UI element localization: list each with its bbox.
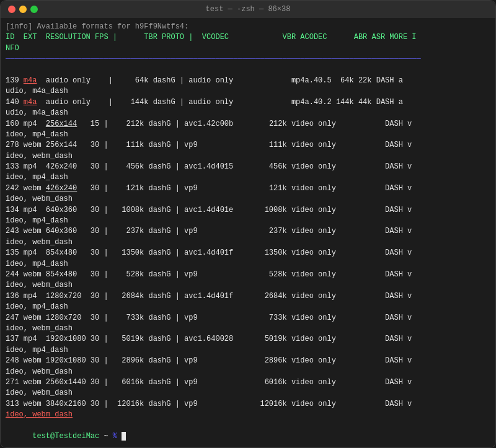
table-row-cont: ideo, mp4_dash	[6, 216, 490, 226]
table-row: 271 webm 2560x1440 30 | 6016k dashG | vp…	[6, 377, 490, 388]
table-row: 313 webm 3840x2160 30 | 12016k dashG | v…	[6, 399, 490, 410]
table-row: 137 mp4 1920x1080 30 | 5019k dashG | avc…	[6, 334, 490, 345]
table-row-cont: ideo, webm_dash	[6, 151, 490, 162]
table-row: 248 webm 1920x1080 30 | 2896k dashG | vp…	[6, 356, 490, 366]
minimize-button[interactable]	[19, 6, 27, 13]
table-row-cont: ideo, webm_dash	[6, 367, 490, 377]
table-row: 134 mp4 640x360 30 | 1008k dashG | avc1.…	[6, 205, 490, 216]
close-button[interactable]	[8, 6, 16, 13]
prompt-line: test@TestdeiMac ~ %	[6, 420, 490, 447]
prompt-percent: %	[113, 432, 117, 441]
table-row-cont: ideo, mp4_dash	[6, 302, 490, 312]
table-row: 140 m4a audio only | 144k dashG | audio …	[6, 97, 490, 108]
table-row-cont: udio, m4a_dash	[6, 86, 490, 97]
table-row: 278 webm 256x144 30 | 111k dashG | vp9 1…	[6, 140, 490, 151]
titlebar: test — -zsh — 86×38	[1, 1, 495, 18]
table-row: 135 mp4 854x480 30 | 1350k dashG | avc1.…	[6, 248, 490, 258]
table-row: 160 mp4 256x144 15 | 212k dashG | avc1.4…	[6, 119, 490, 130]
traffic-lights	[8, 6, 38, 13]
divider-line: ────────────────────────────────────────…	[6, 54, 490, 64]
header-line: ID EXT RESOLUTION FPS | TBR PROTO | VCOD…	[6, 32, 490, 43]
terminal-body[interactable]: [info] Available formats for h9Ff9Nwtfs4…	[1, 18, 495, 447]
table-row: 139 m4a audio only | 64k dashG | audio o…	[6, 76, 490, 86]
table-row-cont: ideo, webm_dash	[6, 323, 490, 334]
table-row-cont: ideo, webm_dash	[6, 410, 490, 420]
table-row: 242 webm 426x240 30 | 121k dashG | vp9 1…	[6, 183, 490, 194]
window-title: test — -zsh — 86×38	[206, 5, 291, 14]
table-row-cont: ideo, webm_dash	[6, 280, 490, 291]
table-row-cont: ideo, mp4_dash	[6, 130, 490, 140]
empty-line	[6, 65, 490, 76]
terminal-window: test — -zsh — 86×38 [info] Available for…	[0, 0, 496, 448]
table-row: 247 webm 1280x720 30 | 733k dashG | vp9 …	[6, 313, 490, 323]
table-row-cont: ideo, mp4_dash	[6, 172, 490, 183]
table-row-cont: ideo, mp4_dash	[6, 259, 490, 270]
table-row-cont: ideo, mp4_dash	[6, 345, 490, 356]
table-row-cont: ideo, webm_dash	[6, 237, 490, 248]
prompt-user: test@TestdeiMac	[32, 432, 99, 441]
prompt-separator: ~	[99, 432, 113, 441]
table-row-cont: ideo, webm_dash	[6, 388, 490, 398]
cursor	[122, 432, 126, 441]
table-row-cont: udio, m4a_dash	[6, 108, 490, 118]
table-row: 133 mp4 426x240 30 | 456k dashG | avc1.4…	[6, 162, 490, 172]
info-line: [info] Available formats for h9Ff9Nwtfs4…	[6, 22, 490, 32]
table-row-cont: ideo, webm_dash	[6, 194, 490, 204]
table-row: 244 webm 854x480 30 | 528k dashG | vp9 5…	[6, 270, 490, 280]
header-line2: NFO	[6, 43, 490, 54]
maximize-button[interactable]	[30, 6, 38, 13]
table-row: 136 mp4 1280x720 30 | 2684k dashG | avc1…	[6, 291, 490, 302]
prompt-space	[117, 432, 122, 441]
table-row: 243 webm 640x360 30 | 237k dashG | vp9 2…	[6, 226, 490, 237]
